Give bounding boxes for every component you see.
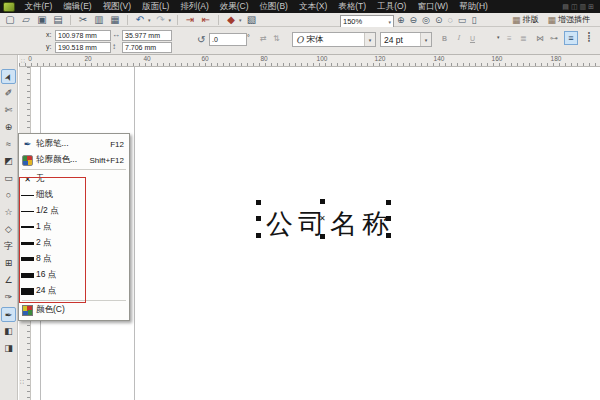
edit-text-icon[interactable]: ⊶ bbox=[550, 34, 558, 43]
rectangle-tool[interactable]: ▭ bbox=[1, 171, 16, 186]
paste-icon[interactable]: ▦ bbox=[109, 13, 121, 26]
layout-button[interactable]: ▦ 排版 bbox=[512, 14, 539, 25]
color-palette-icon bbox=[19, 305, 36, 316]
copy-icon[interactable]: ▥ bbox=[93, 13, 105, 26]
crop-tool[interactable]: ✄ bbox=[1, 103, 16, 118]
text-object[interactable]: 公司名称 bbox=[266, 206, 394, 242]
x-position-field[interactable]: 100.978 mm bbox=[55, 30, 111, 41]
selection-handle[interactable] bbox=[256, 200, 261, 205]
italic-button[interactable]: I bbox=[452, 32, 465, 45]
character-spacing-icon[interactable]: ⋈ bbox=[536, 34, 544, 43]
zoom-height-icon[interactable]: ▯ bbox=[471, 15, 476, 25]
selection-handle[interactable] bbox=[320, 234, 325, 239]
ruler-label: 100 bbox=[314, 55, 330, 62]
text-tool[interactable]: 字 bbox=[1, 239, 16, 254]
zoom-level-value: 150% bbox=[343, 17, 362, 27]
eyedropper-tool-icon: ✑ bbox=[5, 292, 13, 302]
ruler-label: 140 bbox=[431, 55, 447, 62]
undo-dropdown-icon[interactable]: ▾ bbox=[148, 17, 151, 23]
save-icon[interactable]: ▣ bbox=[36, 13, 48, 26]
menu-file[interactable]: 文件(F) bbox=[19, 0, 58, 13]
chevron-down-icon[interactable]: ▾ bbox=[497, 34, 500, 40]
menu-bitmaps[interactable]: 位图(B) bbox=[254, 0, 293, 13]
vertical-text-button[interactable]: ┋ bbox=[582, 31, 596, 45]
selection-center-marker[interactable]: ✕ bbox=[319, 214, 326, 223]
mirror-horizontal-icon[interactable]: ⇄ bbox=[260, 34, 267, 43]
menu-item-shortcut: Shift+F12 bbox=[90, 156, 129, 165]
menu-edit[interactable]: 编辑(E) bbox=[58, 0, 97, 13]
horizontal-text-button[interactable]: ≡ bbox=[564, 31, 578, 45]
menu-item-label: 轮廓颜色... bbox=[36, 154, 90, 166]
selection-handle[interactable] bbox=[386, 233, 391, 238]
underline-button[interactable]: U bbox=[466, 32, 479, 45]
dimension-tool[interactable]: ∠ bbox=[1, 273, 16, 288]
menu-effects[interactable]: 效果(C) bbox=[214, 0, 254, 13]
bold-button[interactable]: B bbox=[438, 32, 451, 45]
page-marker-icon[interactable]: ∷ bbox=[20, 378, 24, 385]
menu-item-outline-color[interactable]: 轮廓颜色... Shift+F12 bbox=[19, 152, 129, 168]
basic-shapes-tool[interactable]: ◇ bbox=[1, 222, 16, 237]
selection-handle[interactable] bbox=[256, 233, 261, 238]
selection-handle[interactable] bbox=[320, 199, 325, 204]
pick-tool[interactable]: ➤ bbox=[1, 69, 16, 84]
font-size-select[interactable]: 24 pt ▾ bbox=[380, 32, 432, 47]
menu-view[interactable]: 视图(V) bbox=[97, 0, 136, 13]
menu-layout[interactable]: 版面(L) bbox=[137, 0, 175, 13]
freehand-tool[interactable]: ≈ bbox=[1, 137, 16, 152]
redo-icon[interactable]: ↷ bbox=[155, 13, 167, 26]
new-document-icon[interactable]: ▢ bbox=[4, 13, 16, 26]
crop-tool-icon: ✄ bbox=[5, 105, 13, 115]
zoom-page-icon[interactable]: ◌ bbox=[448, 15, 453, 25]
chevron-down-icon: ▾ bbox=[420, 33, 431, 46]
polygon-tool[interactable]: ☆ bbox=[1, 205, 16, 220]
object-height-field[interactable]: 7.706 mm bbox=[122, 42, 172, 53]
toolbar-separator bbox=[218, 15, 219, 25]
table-tool-icon: ⊞ bbox=[5, 258, 13, 268]
menu-item-outline-pen[interactable]: ✒ 轮廓笔... F12 bbox=[19, 136, 129, 152]
font-select[interactable]: O 宋体 ▾ bbox=[292, 32, 376, 47]
selection-handle[interactable] bbox=[386, 216, 391, 221]
plugin-button[interactable]: ▦ 增强插件 bbox=[548, 14, 591, 25]
menubar-right-icons[interactable]: ▤◫▥⊞ bbox=[562, 3, 600, 11]
table-tool[interactable]: ⊞ bbox=[1, 256, 16, 271]
zoom-width-icon[interactable]: ▭ bbox=[458, 15, 467, 25]
smart-fill-tool[interactable]: ◩ bbox=[1, 154, 16, 169]
zoom-all-icon[interactable]: ⊙ bbox=[435, 15, 443, 25]
menu-window[interactable]: 窗口(W) bbox=[412, 0, 454, 13]
export-icon[interactable]: ⇤ bbox=[200, 13, 212, 26]
menu-item-color[interactable]: 颜色(C) bbox=[19, 302, 129, 318]
rotation-field[interactable]: .0 bbox=[209, 33, 247, 46]
menu-table[interactable]: 表格(T) bbox=[333, 0, 372, 13]
redo-dropdown-icon[interactable]: ▾ bbox=[169, 17, 172, 23]
selection-handle[interactable] bbox=[256, 216, 261, 221]
undo-icon[interactable]: ↶ bbox=[134, 13, 146, 26]
shape-tool[interactable]: ✐ bbox=[1, 86, 16, 101]
object-width-field[interactable]: 35.977 mm bbox=[122, 30, 172, 41]
zoom-tool[interactable]: ⊕ bbox=[1, 120, 16, 135]
mirror-vertical-icon[interactable]: ⇅ bbox=[273, 34, 280, 43]
welcome-screen-icon[interactable]: ▧ bbox=[246, 13, 258, 26]
app-launcher-dropdown-icon[interactable]: ▾ bbox=[239, 17, 242, 23]
drop-cap-icon[interactable]: ≣ bbox=[520, 34, 527, 43]
import-icon[interactable]: ⇥ bbox=[184, 13, 196, 26]
y-position-field[interactable]: 190.518 mm bbox=[55, 42, 111, 53]
menu-help[interactable]: 帮助(H) bbox=[454, 0, 494, 13]
eyedropper-tool[interactable]: ✑ bbox=[1, 290, 16, 305]
menu-text[interactable]: 文本(X) bbox=[293, 0, 332, 13]
menu-tools[interactable]: 工具(O) bbox=[372, 0, 412, 13]
plugin-icon: ▦ bbox=[548, 15, 557, 25]
interactive-fill-tool[interactable]: ◨ bbox=[1, 341, 16, 356]
zoom-in-icon[interactable]: ⊕ bbox=[397, 15, 405, 25]
selection-handle[interactable] bbox=[386, 200, 391, 205]
cut-icon[interactable]: ✂ bbox=[77, 13, 89, 26]
fill-tool[interactable]: ◧ bbox=[1, 324, 16, 339]
zoom-out-icon[interactable]: ⊖ bbox=[410, 15, 418, 25]
open-icon[interactable]: ▱ bbox=[20, 13, 32, 26]
menu-arrange[interactable]: 排列(A) bbox=[175, 0, 214, 13]
ellipse-tool[interactable]: ○ bbox=[1, 188, 16, 203]
bullet-list-icon[interactable]: ≡ bbox=[507, 34, 512, 43]
print-icon[interactable]: ▤ bbox=[52, 13, 64, 26]
zoom-selected-icon[interactable]: ◎ bbox=[422, 15, 430, 25]
app-launcher-icon[interactable]: ◆ bbox=[225, 13, 237, 26]
outline-tool[interactable]: ✒ bbox=[1, 307, 16, 322]
